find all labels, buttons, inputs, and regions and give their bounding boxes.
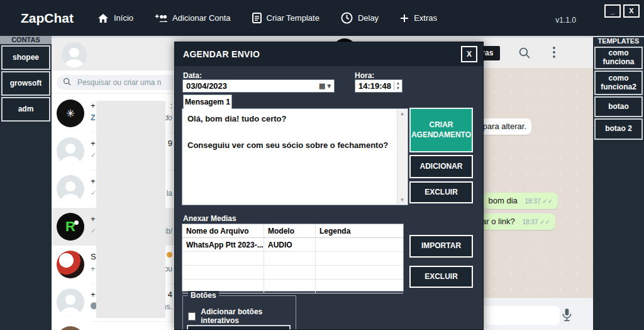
double-check-icon: ✓✓ [542, 198, 553, 205]
message-textarea[interactable]: Olá, bom dia! tudo certo? Conseguiu ver … [182, 108, 408, 205]
modal-close-button[interactable]: X [461, 46, 477, 62]
default-avatar [57, 137, 84, 165]
checkbox[interactable] [188, 312, 196, 321]
modal-header: AGENDAR ENVIO X [175, 42, 483, 66]
kebab-menu-icon[interactable] [553, 47, 555, 60]
home-icon [97, 13, 109, 23]
scroll-down-icon[interactable]: ▼ [400, 197, 405, 203]
template-button-botao[interactable]: botao [594, 96, 643, 117]
calendar-icon[interactable]: ▦ ▾ [319, 82, 331, 90]
app-title: ZapChat [21, 11, 74, 26]
minimize-button[interactable]: _ [604, 4, 621, 18]
date-input[interactable]: 03/04/2023 ▦ ▾ [182, 79, 335, 93]
nav-delay[interactable]: Delay [341, 12, 379, 24]
photo-avatar [57, 251, 84, 278]
agendar-envio-modal: AGENDAR ENVIO X Data: 03/04/2023 ▦ ▾ Hor… [174, 42, 484, 330]
main-nav: Início Adicionar Conta Criar Template De… [97, 0, 437, 36]
chat-search-input[interactable]: Pesquisar ou criar uma n [57, 75, 176, 90]
delivered-check: ✓ [91, 151, 96, 159]
plus-icon [400, 14, 409, 23]
outgoing-message-bubble[interactable]: bom dia 18:37 ✓✓ [483, 193, 558, 209]
default-avatar [57, 175, 84, 203]
adicionar-button[interactable]: ADICIONAR [409, 155, 473, 178]
textarea-scrollbar[interactable]: ▲▼ [397, 110, 407, 204]
buttons-stub-box [187, 325, 291, 330]
templates-panel: TEMPLATES como funciona como funciona2 b… [593, 36, 644, 330]
template-icon [252, 13, 262, 23]
account-button-adm[interactable]: adm [1, 97, 50, 122]
media-table-header: Nome do Arquivo Modelo Legenda [182, 224, 403, 238]
importar-button[interactable]: IMPORTAR [409, 235, 473, 258]
search-placeholder: Pesquisar ou criar uma n [77, 78, 161, 87]
search-icon [63, 77, 71, 88]
excluir-mensagem-button[interactable]: EXCLUIR [409, 181, 473, 203]
template-button-como-funciona2[interactable]: como funciona2 [594, 71, 643, 95]
chat-list-header [52, 38, 176, 71]
nav-adicionar-conta[interactable]: Adicionar Conta [155, 13, 231, 23]
app-topbar: ZapChat Início Adicionar Conta Criar Tem… [0, 0, 644, 36]
double-check-icon: ✓✓ [540, 219, 550, 225]
anexar-medias-label: Anexar Medias [183, 214, 236, 223]
default-avatar [57, 288, 84, 316]
my-profile-avatar[interactable] [62, 42, 87, 67]
nav-criar-template[interactable]: Criar Template [252, 13, 319, 23]
microphone-icon[interactable] [560, 307, 573, 325]
delivered-check: ✓ [91, 227, 96, 236]
time-input[interactable]: 14:19:48 ▲▼ [355, 79, 402, 93]
botoes-legend: Botões [188, 291, 219, 300]
scroll-up-icon[interactable]: ▲ [400, 111, 405, 117]
account-button-growsoft[interactable]: growsoft [1, 71, 50, 96]
templates-panel-header: TEMPLATES [593, 37, 644, 45]
chat-list-panel: Pesquisar ou criar uma n ✳ +: Zndo +9 ✓ … [52, 38, 176, 330]
pinned-icon [167, 252, 172, 258]
accounts-panel-header: CONTAS [0, 36, 52, 44]
template-button-botao-2[interactable]: botao 2 [594, 118, 643, 140]
chatgpt-avatar: ✳ [57, 100, 84, 127]
add-account-icon [155, 14, 167, 23]
checkbox-label: Adicionar botões interativos [201, 307, 296, 325]
date-label: Data: [183, 71, 202, 80]
criar-agendamento-button[interactable]: CRIAR AGENDAMENTO [409, 108, 473, 152]
media-table-row[interactable]: WhatsApp Ptt 2023-... AUDIO [182, 238, 403, 252]
app-version: v1.1.0 [555, 16, 576, 25]
interactive-buttons-checkbox-row[interactable]: Adicionar botões interativos [188, 307, 296, 325]
redaction-overlay [96, 101, 165, 318]
template-button-como-funciona[interactable]: como funciona [594, 47, 643, 69]
accounts-panel: CONTAS shopee growsoft adm [0, 36, 52, 330]
conversation-search-icon[interactable] [518, 47, 530, 61]
delay-clock-icon [341, 12, 353, 24]
time-spinner[interactable]: ▲▼ [394, 81, 400, 90]
tab-mensagem-1[interactable]: Mensagem 1 [183, 94, 232, 109]
message-text: Olá, bom dia! tudo certo? Conseguiu ver … [187, 113, 392, 202]
nav-extras[interactable]: Extras [400, 13, 437, 23]
kick-avatar: R [57, 213, 84, 241]
chat-list-item-partial[interactable] [52, 321, 176, 330]
modal-title: AGENDAR ENVIO [183, 49, 260, 59]
media-table[interactable]: Nome do Arquivo Modelo Legenda WhatsApp … [182, 224, 404, 292]
excluir-media-button[interactable]: EXCLUIR [409, 266, 473, 288]
close-window-button[interactable]: X [623, 4, 640, 18]
media-table-empty-row [182, 252, 403, 266]
botoes-fieldset: Botões Adicionar botões interativos [182, 295, 296, 330]
media-table-empty-row [182, 266, 403, 280]
time-label: Hora: [355, 71, 374, 80]
message-input[interactable] [479, 306, 560, 325]
delivered-check: ✓ [91, 189, 96, 198]
account-button-shopee[interactable]: shopee [1, 45, 50, 70]
nav-inicio[interactable]: Início [97, 13, 133, 23]
search-band: Pesquisar ou criar uma n [52, 71, 176, 94]
partial-avatar [57, 326, 84, 330]
